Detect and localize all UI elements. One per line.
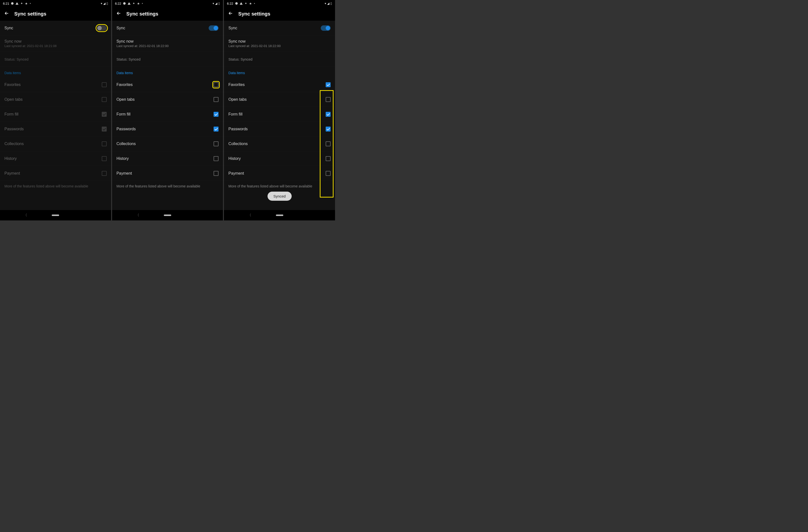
back-button[interactable] xyxy=(4,11,10,17)
sync-now-label: Sync now xyxy=(116,39,169,43)
page-title: Sync settings xyxy=(238,11,270,17)
data-item-row[interactable]: Form fill xyxy=(112,107,223,122)
data-item-label: Form fill xyxy=(116,112,131,116)
data-items-header: Data items xyxy=(0,67,111,77)
wifi-icon: ▾ xyxy=(213,2,214,5)
data-item-label: Favorites xyxy=(4,82,21,87)
data-item-checkbox[interactable] xyxy=(326,156,331,161)
data-item-row[interactable]: Open tabs xyxy=(224,92,335,107)
data-item-checkbox[interactable] xyxy=(326,112,331,117)
data-item-row: Passwords xyxy=(0,122,111,136)
navbar: 〈 xyxy=(112,210,223,220)
sync-now-row[interactable]: Sync nowLast synced at: 2021-02-01 18:22… xyxy=(112,35,223,52)
data-item-checkbox xyxy=(102,112,107,117)
screen-3: 6:22 ✦ ★ ▾ ◢ ▯ Sync settingsSyncSync now… xyxy=(224,0,335,220)
data-item-checkbox[interactable] xyxy=(326,82,331,87)
status-icon-dot xyxy=(235,2,238,5)
data-item-row[interactable]: Collections xyxy=(112,136,223,151)
navbar: 〈 xyxy=(0,210,111,220)
sync-now-row[interactable]: Sync nowLast synced at: 2021-02-01 18:22… xyxy=(224,35,335,52)
data-item-row[interactable]: Form fill xyxy=(224,107,335,122)
data-item-label: Payment xyxy=(228,171,244,176)
data-item-label: Passwords xyxy=(116,127,136,131)
data-item-label: History xyxy=(4,157,17,161)
signal-icon: ◢ xyxy=(103,2,106,5)
status-icon-triangle xyxy=(240,2,243,5)
data-item-checkbox[interactable] xyxy=(326,171,331,176)
data-item-label: Collections xyxy=(228,142,247,146)
status-icon-notify: ✦ xyxy=(132,2,135,5)
status-icon-star: ★ xyxy=(137,2,140,5)
sync-toggle-row[interactable]: Sync xyxy=(224,21,335,35)
screen-1: 6:21 ✦ ★ ▾ ◢ ▯ Sync settingsSyncSync now… xyxy=(0,0,111,220)
nav-back-icon[interactable]: 〈 xyxy=(136,213,139,218)
data-item-checkbox[interactable] xyxy=(214,82,219,87)
appbar: Sync settings xyxy=(224,7,335,21)
data-item-row[interactable]: Favorites xyxy=(224,77,335,92)
sync-label: Sync xyxy=(228,26,237,30)
data-item-label: Form fill xyxy=(228,112,242,116)
data-item-checkbox[interactable] xyxy=(326,127,331,131)
sync-toggle[interactable] xyxy=(321,25,331,31)
status-row: Status: Synced xyxy=(0,52,111,67)
data-item-checkbox[interactable] xyxy=(214,112,219,117)
data-item-checkbox xyxy=(102,97,107,102)
data-item-checkbox[interactable] xyxy=(326,141,331,146)
data-item-checkbox[interactable] xyxy=(214,97,219,102)
data-item-row[interactable]: Payment xyxy=(224,166,335,181)
status-icon-notify: ✦ xyxy=(20,2,23,5)
data-item-label: Favorites xyxy=(116,82,133,87)
data-item-label: Passwords xyxy=(4,127,24,131)
data-item-row[interactable]: Open tabs xyxy=(112,92,223,107)
sync-toggle[interactable] xyxy=(97,25,107,31)
data-item-row[interactable]: Favorites xyxy=(112,77,223,92)
back-button[interactable] xyxy=(228,11,233,17)
data-item-row[interactable]: Passwords xyxy=(224,122,335,136)
status-icon-star: ★ xyxy=(25,2,28,5)
navbar: 〈 xyxy=(224,210,335,220)
nav-home-pill[interactable] xyxy=(164,215,171,216)
data-item-row[interactable]: History xyxy=(112,151,223,166)
nav-back-icon[interactable]: 〈 xyxy=(248,213,251,218)
footnote: More of the features listed above will b… xyxy=(112,181,223,191)
sync-toggle-row[interactable]: Sync xyxy=(0,21,111,35)
status-label: Status: Synced xyxy=(4,57,29,61)
data-item-row[interactable]: History xyxy=(224,151,335,166)
last-synced-label: Last synced at: 2021-02-01 18:22:00 xyxy=(228,44,280,48)
data-item-checkbox[interactable] xyxy=(214,127,219,131)
nav-home-pill[interactable] xyxy=(52,215,59,216)
data-item-row[interactable]: Payment xyxy=(112,166,223,181)
nav-back-icon[interactable]: 〈 xyxy=(24,213,27,218)
status-icon-star: ★ xyxy=(249,2,252,5)
page-title: Sync settings xyxy=(126,11,159,17)
status-icon-notify: ✦ xyxy=(245,2,247,5)
statusbar: 6:22 ✦ ★ ▾ ◢ ▯ xyxy=(224,0,335,7)
data-item-checkbox[interactable] xyxy=(326,97,331,102)
back-button[interactable] xyxy=(116,11,122,17)
data-items-header: Data items xyxy=(112,67,223,77)
footnote: More of the features listed above will b… xyxy=(224,181,335,191)
data-item-label: Payment xyxy=(4,171,20,176)
data-item-checkbox[interactable] xyxy=(214,171,219,176)
data-items-header: Data items xyxy=(224,67,335,77)
clock: 6:22 xyxy=(227,2,233,5)
data-item-checkbox xyxy=(102,156,107,161)
appbar: Sync settings xyxy=(0,7,111,21)
data-item-row[interactable]: Collections xyxy=(224,136,335,151)
wifi-icon: ▾ xyxy=(325,2,326,5)
data-item-label: Collections xyxy=(4,142,24,146)
data-item-checkbox[interactable] xyxy=(214,156,219,161)
data-item-checkbox xyxy=(102,141,107,146)
status-label: Status: Synced xyxy=(228,57,253,61)
sync-toggle-row[interactable]: Sync xyxy=(112,21,223,35)
appbar: Sync settings xyxy=(112,7,223,21)
data-item-label: Form fill xyxy=(4,112,18,116)
screen-2: 6:22 ✦ ★ ▾ ◢ ▯ Sync settingsSyncSync now… xyxy=(112,0,223,220)
data-item-checkbox[interactable] xyxy=(214,141,219,146)
data-item-row[interactable]: Passwords xyxy=(112,122,223,136)
data-item-label: Payment xyxy=(116,171,132,176)
nav-home-pill[interactable] xyxy=(276,215,283,216)
signal-icon: ◢ xyxy=(327,2,329,5)
sync-toggle[interactable] xyxy=(209,25,219,31)
data-item-row: History xyxy=(0,151,111,166)
